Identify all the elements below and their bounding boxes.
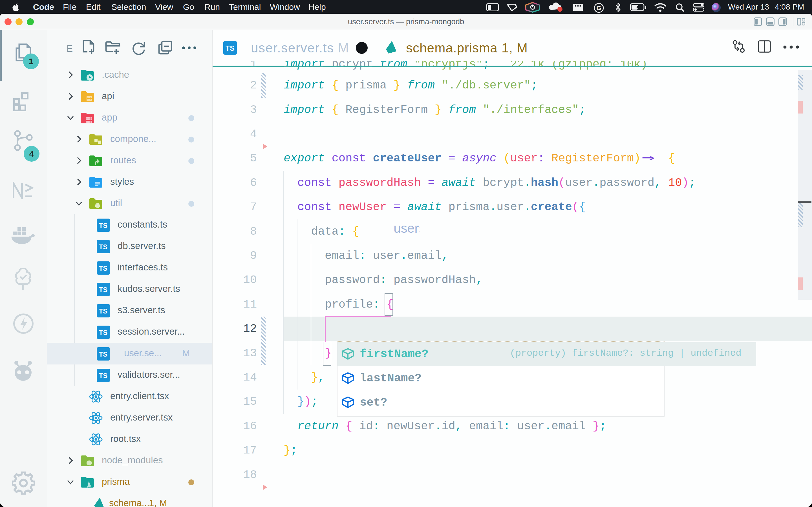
svg-text:TS: TS (99, 329, 108, 336)
svg-text:G: G (596, 4, 601, 11)
svg-text:TS: TS (99, 307, 108, 315)
svg-text:TS: TS (225, 44, 235, 52)
svg-text:TS: TS (99, 265, 108, 272)
svg-text:TS: TS (99, 286, 108, 293)
svg-text:TS: TS (99, 243, 108, 251)
svg-text:TS: TS (99, 350, 108, 358)
svg-text:TS: TS (99, 372, 108, 379)
svg-text:TS: TS (99, 222, 108, 229)
